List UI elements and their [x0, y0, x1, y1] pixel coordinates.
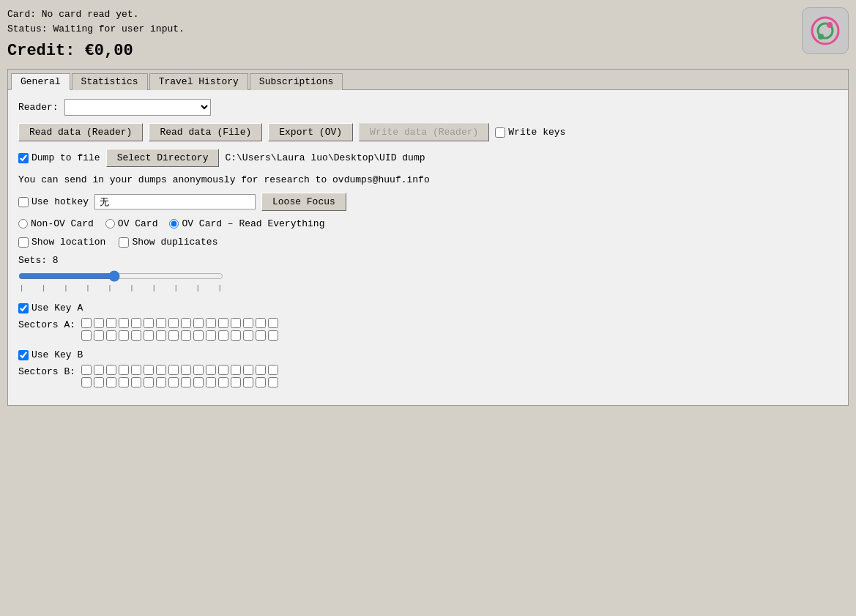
sector-b-6[interactable]	[156, 365, 166, 375]
sector-b-15[interactable]	[268, 365, 278, 375]
sector-b-27[interactable]	[218, 377, 228, 387]
sector-a-2[interactable]	[106, 318, 116, 328]
loose-focus-button[interactable]: Loose Focus	[261, 193, 346, 211]
select-directory-button[interactable]: Select Directory	[106, 149, 220, 167]
sector-b-16[interactable]	[81, 377, 92, 387]
sector-b-22[interactable]	[156, 377, 166, 387]
write-keys-checkbox[interactable]	[495, 127, 505, 138]
sector-b-20[interactable]	[131, 377, 141, 387]
sector-b-24[interactable]	[181, 377, 191, 387]
dump-row: Dump to file Select Directory C:\Users\L…	[18, 149, 838, 167]
tab-statistics[interactable]: Statistics	[72, 73, 148, 90]
radio-ov-input[interactable]	[105, 219, 115, 229]
export-button[interactable]: Export (OV)	[268, 123, 353, 141]
sector-b-7[interactable]	[168, 365, 179, 375]
sector-b-23[interactable]	[168, 377, 179, 387]
sector-b-18[interactable]	[106, 377, 116, 387]
sector-a-29[interactable]	[243, 330, 253, 341]
sector-a-31[interactable]	[268, 330, 278, 341]
sector-b-28[interactable]	[231, 377, 241, 387]
sector-a-27[interactable]	[218, 330, 228, 341]
sector-b-2[interactable]	[106, 365, 116, 375]
sector-a-25[interactable]	[193, 330, 204, 341]
sector-b-21[interactable]	[144, 377, 154, 387]
sector-a-18[interactable]	[106, 330, 116, 341]
card-status: Card: No card read yet.	[7, 7, 185, 22]
use-key-b-checkbox[interactable]	[18, 350, 29, 360]
status-text: Status: Waiting for user input.	[7, 22, 185, 37]
write-reader-button[interactable]: Write data (Reader)	[359, 123, 489, 141]
sector-a-4[interactable]	[131, 318, 141, 328]
sector-b-26[interactable]	[206, 377, 216, 387]
sector-a-10[interactable]	[206, 318, 216, 328]
sector-b-5[interactable]	[144, 365, 154, 375]
sectors-b-grid	[81, 365, 278, 387]
sector-a-1[interactable]	[94, 318, 104, 328]
sector-b-19[interactable]	[119, 377, 129, 387]
read-file-button[interactable]: Read data (File)	[149, 123, 262, 141]
sector-a-12[interactable]	[231, 318, 241, 328]
sector-b-11[interactable]	[218, 365, 228, 375]
action-buttons-row: Read data (Reader) Read data (File) Expo…	[18, 123, 838, 141]
reader-select[interactable]	[64, 99, 211, 116]
sector-a-23[interactable]	[168, 330, 179, 341]
sector-a-0[interactable]	[81, 318, 92, 328]
sectors-b-row-2	[81, 377, 278, 387]
sector-a-5[interactable]	[144, 318, 154, 328]
sector-a-7[interactable]	[168, 318, 179, 328]
sector-b-9[interactable]	[193, 365, 204, 375]
sector-a-9[interactable]	[193, 318, 204, 328]
show-location-checkbox[interactable]	[18, 237, 29, 248]
sector-b-29[interactable]	[243, 377, 253, 387]
sector-a-26[interactable]	[206, 330, 216, 341]
sector-a-21[interactable]	[144, 330, 154, 341]
sector-b-13[interactable]	[243, 365, 253, 375]
sector-b-31[interactable]	[268, 377, 278, 387]
sector-b-12[interactable]	[231, 365, 241, 375]
tab-general[interactable]: General	[11, 73, 70, 90]
sector-b-1[interactable]	[94, 365, 104, 375]
tab-subscriptions[interactable]: Subscriptions	[250, 73, 343, 90]
sector-a-17[interactable]	[94, 330, 104, 341]
sector-a-22[interactable]	[156, 330, 166, 341]
sector-a-16[interactable]	[81, 330, 92, 341]
sector-b-10[interactable]	[206, 365, 216, 375]
dump-to-file-checkbox[interactable]	[18, 153, 29, 163]
sector-b-14[interactable]	[256, 365, 266, 375]
sector-b-17[interactable]	[94, 377, 104, 387]
sector-a-13[interactable]	[243, 318, 253, 328]
sector-a-14[interactable]	[256, 318, 266, 328]
sector-a-6[interactable]	[156, 318, 166, 328]
use-hotkey-checkbox[interactable]	[18, 197, 29, 207]
use-hotkey-label: Use hotkey	[18, 196, 89, 207]
sector-a-8[interactable]	[181, 318, 191, 328]
hotkey-input[interactable]: 无	[94, 194, 256, 209]
sector-a-20[interactable]	[131, 330, 141, 341]
read-reader-button[interactable]: Read data (Reader)	[18, 123, 143, 141]
sector-a-28[interactable]	[231, 330, 241, 341]
sector-a-11[interactable]	[218, 318, 228, 328]
sector-b-8[interactable]	[181, 365, 191, 375]
tab-travel-history[interactable]: Travel History	[149, 73, 248, 90]
tab-bar: General Statistics Travel History Subscr…	[8, 70, 848, 90]
show-duplicates-label: Show duplicates	[119, 237, 217, 248]
sets-slider[interactable]	[18, 270, 223, 282]
use-key-a-row: Use Key A	[18, 303, 838, 313]
use-key-a-checkbox[interactable]	[18, 303, 29, 313]
reader-label: Reader:	[18, 102, 59, 113]
radio-non-ov-input[interactable]	[18, 219, 28, 229]
sectors-b-label: Sectors B:	[18, 365, 75, 377]
sector-a-19[interactable]	[119, 330, 129, 341]
sector-a-3[interactable]	[119, 318, 129, 328]
sector-b-30[interactable]	[256, 377, 266, 387]
sector-a-30[interactable]	[256, 330, 266, 341]
show-duplicates-checkbox[interactable]	[119, 237, 129, 248]
sector-b-0[interactable]	[81, 365, 92, 375]
sector-b-25[interactable]	[193, 377, 204, 387]
sector-a-15[interactable]	[268, 318, 278, 328]
sector-b-4[interactable]	[131, 365, 141, 375]
radio-ov-everything-input[interactable]	[169, 219, 179, 229]
sector-a-24[interactable]	[181, 330, 191, 341]
main-container: General Statistics Travel History Subscr…	[7, 69, 849, 406]
sector-b-3[interactable]	[119, 365, 129, 375]
